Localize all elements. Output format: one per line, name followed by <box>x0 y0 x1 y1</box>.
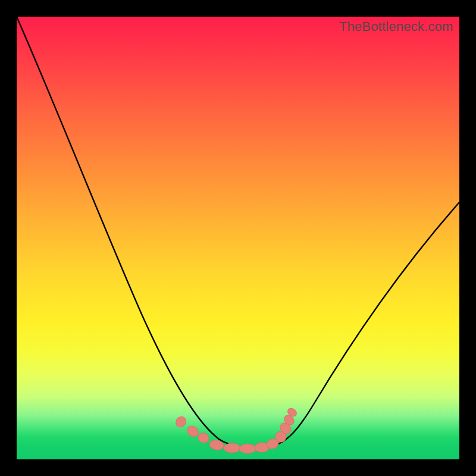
chart-frame: TheBottleneck.com <box>0 0 476 476</box>
svg-point-5 <box>239 444 256 453</box>
plot-area: TheBottleneck.com <box>17 17 459 459</box>
svg-point-2 <box>197 431 210 444</box>
svg-point-0 <box>174 415 187 429</box>
near-bottom-markers <box>174 406 298 453</box>
svg-point-4 <box>224 443 240 453</box>
curve-layer <box>17 17 459 459</box>
bottleneck-curve <box>17 17 459 448</box>
watermark-text: TheBottleneck.com <box>339 19 453 35</box>
